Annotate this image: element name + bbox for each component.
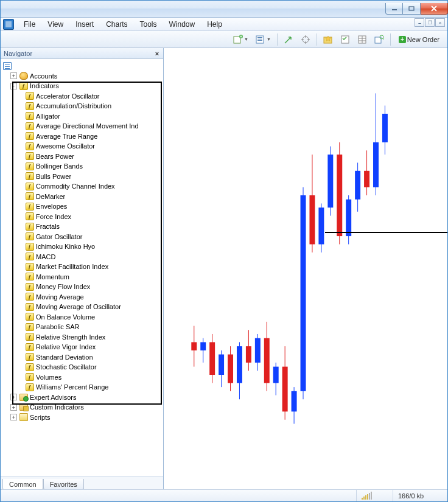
navigator-toggle-button[interactable] <box>298 33 313 46</box>
app-window: File View Insert Charts Tools Window Hel… <box>0 0 448 502</box>
window-close-button[interactable] <box>421 3 448 15</box>
indicator-item[interactable]: fStandard Deviation <box>2 352 163 363</box>
indicator-item[interactable]: fEnvelopes <box>2 201 163 212</box>
root-icon <box>3 62 12 70</box>
indicator-item[interactable]: fBears Power <box>2 152 163 162</box>
candlestick-chart <box>164 48 447 489</box>
tree-indicators[interactable]: - f Indicators <box>2 81 163 91</box>
indicator-item[interactable]: fStochastic Oscillator <box>2 362 163 372</box>
close-icon <box>430 5 438 12</box>
tree-expert-advisors[interactable]: + Expert Advisors <box>2 392 163 403</box>
accounts-label: Accounts <box>30 72 57 80</box>
menu-help[interactable]: Help <box>201 19 228 30</box>
indicator-item[interactable]: fMoving Average <box>2 292 163 302</box>
indicator-item[interactable]: fAwesome Oscillator <box>2 141 163 152</box>
indicator-item[interactable]: fAverage Directional Movement Ind <box>2 121 163 131</box>
custom-indicators-icon <box>19 403 28 411</box>
tree-accounts[interactable]: + Accounts <box>2 71 163 82</box>
indicator-label: Williams' Percent Range <box>36 383 108 391</box>
star-folder-icon <box>323 35 333 44</box>
tree-scripts[interactable]: + Scripts <box>2 413 163 423</box>
expand-icon[interactable]: + <box>10 414 17 420</box>
indicator-label: Ichimoku Kinko Hyo <box>36 243 95 250</box>
function-icon: f <box>26 263 34 271</box>
svg-rect-26 <box>246 346 251 363</box>
terminal-button[interactable] <box>321 33 335 46</box>
new-order-label: New Order <box>407 36 439 43</box>
menu-view[interactable]: View <box>41 19 69 30</box>
function-icon: f <box>26 92 34 100</box>
indicator-item[interactable]: fRelative Vigor Index <box>2 342 163 352</box>
new-order-button[interactable]: + New Order <box>394 33 444 46</box>
indicator-item[interactable]: fParabolic SAR <box>2 322 163 332</box>
indicator-item[interactable]: fMoney Flow Index <box>2 282 163 292</box>
indicator-item[interactable]: fAverage True Range <box>2 131 163 142</box>
options-button[interactable] <box>355 33 369 46</box>
indicator-item[interactable]: fMoving Average of Oscillator <box>2 302 163 312</box>
indicator-item[interactable]: fBulls Power <box>2 172 163 182</box>
menu-charts[interactable]: Charts <box>100 19 133 30</box>
navigator-title: Navigator <box>4 50 153 57</box>
expand-icon[interactable]: + <box>10 404 17 411</box>
strategy-tester-button[interactable] <box>338 33 352 46</box>
function-icon: f <box>26 223 34 231</box>
indicator-item[interactable]: fIchimoku Kinko Hyo <box>2 242 163 252</box>
indicator-label: Average True Range <box>36 133 97 140</box>
indicator-item[interactable]: fOn Balance Volume <box>2 312 163 322</box>
menu-file[interactable]: File <box>18 19 41 30</box>
indicator-item[interactable]: fAccelerator Oscillator <box>2 91 163 102</box>
tree-custom-indicators[interactable]: + Custom Indicators <box>2 402 163 413</box>
menubar: File View Insert Charts Tools Window Hel… <box>1 18 447 31</box>
indicator-label: Accumulation/Distribution <box>36 102 111 110</box>
function-icon: f <box>19 82 28 90</box>
navigator-header[interactable]: Navigator × <box>1 48 163 59</box>
svg-rect-44 <box>327 155 333 207</box>
new-chart-button[interactable]: ▼ <box>231 33 251 46</box>
chart-area[interactable]: Metatrader 4 Indicators List <box>164 48 447 489</box>
menu-window[interactable]: Window <box>163 19 201 30</box>
indicator-item[interactable]: fForce Index <box>2 212 163 222</box>
indicator-item[interactable]: fAlligator <box>2 111 163 122</box>
indicator-item[interactable]: fMarket Facilitation Index <box>2 262 163 272</box>
statusbar: 166/0 kb <box>1 489 447 501</box>
indicator-label: Moving Average of Oscillator <box>36 303 121 310</box>
indicator-item[interactable]: fCommodity Channel Index <box>2 181 163 192</box>
svg-rect-14 <box>191 342 197 350</box>
indicator-item[interactable]: fGator Oscillator <box>2 232 163 242</box>
tab-favorites[interactable]: Favorites <box>43 479 84 489</box>
navigator-close-button[interactable]: × <box>153 49 161 58</box>
app-icon[interactable] <box>3 19 14 30</box>
expand-icon[interactable]: + <box>10 72 17 79</box>
indicator-item[interactable]: fFractals <box>2 221 163 232</box>
profiles-button[interactable]: ▼ <box>253 33 273 46</box>
mdi-close-button[interactable]: × <box>435 18 445 27</box>
indicator-item[interactable]: fBollinger Bands <box>2 161 163 172</box>
window-maximize-button[interactable] <box>403 3 421 15</box>
menu-insert[interactable]: Insert <box>69 19 100 30</box>
mdi-minimize-button[interactable]: ‒ <box>415 18 424 27</box>
indicator-label: Momentum <box>36 273 69 281</box>
indicator-item[interactable]: fAccumulation/Distribution <box>2 101 163 111</box>
expand-icon[interactable]: + <box>10 394 17 400</box>
market-watch-button[interactable] <box>281 33 296 46</box>
indicator-item[interactable]: fWilliams' Percent Range <box>2 382 163 392</box>
indicator-item[interactable]: fMACD <box>2 252 163 262</box>
tree-root[interactable] <box>2 61 163 71</box>
function-icon: f <box>26 172 34 180</box>
navigator-tree[interactable]: + Accounts - f Indicators fAccelerator O… <box>1 59 163 476</box>
function-icon: f <box>26 253 34 260</box>
indicator-item[interactable]: fMomentum <box>2 272 163 282</box>
indicator-item[interactable]: fVolumes <box>2 372 163 383</box>
collapse-icon[interactable]: - <box>10 83 17 89</box>
indicator-label: Alligator <box>36 113 60 120</box>
mdi-restore-button[interactable]: ❐ <box>425 18 435 27</box>
tab-common[interactable]: Common <box>2 479 43 489</box>
indicator-item[interactable]: fDeMarker <box>2 192 163 202</box>
menu-tools[interactable]: Tools <box>134 19 163 30</box>
indicators-label: Indicators <box>30 82 59 89</box>
chart-settings-button[interactable] <box>372 33 387 46</box>
window-minimize-button[interactable] <box>385 3 403 15</box>
titlebar[interactable] <box>1 1 447 18</box>
indicator-label: Stochastic Oscillator <box>36 363 97 371</box>
indicator-item[interactable]: fRelative Strength Index <box>2 332 163 343</box>
